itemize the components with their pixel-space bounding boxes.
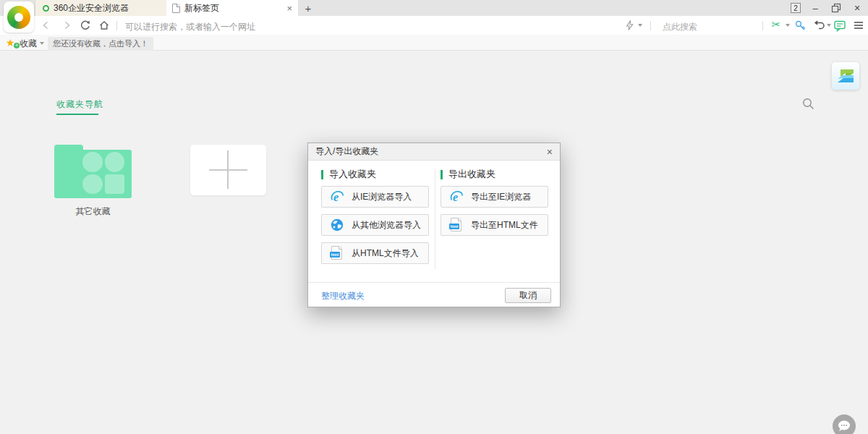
undo-restore-button[interactable]	[812, 20, 825, 31]
button-label: 从其他浏览器导入	[352, 219, 421, 231]
quick-action-caret-icon[interactable]	[638, 24, 642, 27]
dialog-title: 导入/导出收藏夹	[315, 145, 378, 158]
bookmarks-empty-hint[interactable]: 您还没有收藏，点击导入！	[48, 37, 153, 51]
main-menu-button[interactable]	[852, 20, 865, 31]
customer-service-button[interactable]	[833, 414, 856, 434]
import-from-ie-button[interactable]: e 从IE浏览器导入	[321, 186, 429, 208]
key-icon	[794, 20, 807, 32]
minimize-button[interactable]: –	[805, 0, 825, 16]
close-window-button[interactable]: ×	[847, 0, 867, 16]
dialog-close-icon[interactable]: ×	[547, 147, 553, 157]
feedback-button[interactable]	[833, 20, 846, 31]
restore-icon	[831, 3, 842, 14]
button-label: 从IE浏览器导入	[352, 191, 412, 203]
clover-petal	[105, 152, 125, 172]
quick-action-button[interactable]	[623, 20, 636, 31]
import-from-other-browser-button[interactable]: 从其他浏览器导入	[321, 214, 429, 236]
screenshot-caret-icon[interactable]	[786, 24, 790, 27]
import-export-dialog: 导入/导出收藏夹 × 导入收藏夹 导出收藏夹 e 从IE浏览器导入	[307, 142, 561, 307]
home-icon	[98, 20, 110, 31]
toolbar-divider	[116, 21, 117, 30]
cancel-button[interactable]: 取消	[505, 288, 551, 303]
tab-new-page[interactable]: 新标签页 ×	[166, 0, 298, 16]
password-key-button[interactable]	[793, 20, 807, 31]
heading-text: 导出收藏夹	[448, 168, 495, 181]
screenshot-scissors-icon[interactable]: ✂	[770, 19, 783, 30]
svg-text:e: e	[453, 191, 458, 203]
undo-arrow-icon	[813, 20, 825, 31]
tab-label: 新标签页	[184, 2, 219, 14]
forward-icon	[61, 20, 72, 31]
plus-icon	[227, 150, 229, 189]
import-section-heading: 导入收藏夹	[321, 168, 376, 181]
clover-petal	[82, 174, 103, 195]
page-search-button[interactable]	[801, 97, 815, 114]
quick-search-input[interactable]: 点此搜索	[663, 21, 697, 33]
s-ribbon-icon	[836, 67, 855, 85]
tab-pinned-360[interactable]: 360企业安全浏览器	[35, 0, 166, 16]
html-file-icon: html	[449, 218, 464, 232]
import-from-html-button[interactable]: html 从HTML文件导入	[321, 242, 429, 264]
toolbar-divider	[762, 21, 763, 30]
dialog-titlebar: 导入/导出收藏夹 ×	[308, 143, 560, 161]
back-button[interactable]	[40, 20, 53, 31]
forward-button[interactable]	[60, 20, 73, 31]
browser-window: 360企业安全浏览器 新标签页 × + 2 – × 可以进行搜索，或者输入一个网…	[0, 0, 868, 434]
browser-menu-button[interactable]	[4, 1, 34, 33]
new-tab-button[interactable]: +	[299, 0, 317, 16]
chat-bubble-icon	[833, 20, 846, 32]
folder-icon	[54, 150, 132, 198]
clover-icon	[82, 152, 124, 194]
folder-other-favorites[interactable]	[54, 145, 132, 198]
clover-petal	[82, 152, 103, 172]
page-title: 收藏夹导航	[56, 98, 103, 111]
blank-page-favicon-icon	[172, 4, 180, 13]
button-label: 导出至IE浏览器	[471, 191, 531, 203]
ie-icon: e	[449, 190, 464, 204]
export-section-heading: 导出收藏夹	[441, 168, 495, 181]
back-icon	[41, 20, 52, 31]
home-button[interactable]	[98, 20, 111, 31]
heading-text: 导入收藏夹	[329, 168, 376, 181]
add-folder-button[interactable]	[190, 145, 266, 195]
favorites-menu[interactable]: 收藏	[20, 38, 37, 50]
favorites-star-button[interactable]: ★ +	[6, 36, 17, 48]
export-to-ie-button[interactable]: e 导出至IE浏览器	[441, 186, 548, 208]
hamburger-icon	[853, 20, 864, 31]
ie-icon: e	[330, 190, 344, 204]
window-count-badge[interactable]: 2	[791, 3, 801, 13]
tab-close-icon[interactable]: ×	[286, 4, 292, 13]
address-bar[interactable]: 可以进行搜索，或者输入一个网址	[125, 21, 255, 33]
page-title-underline	[56, 114, 98, 115]
browser-logo-icon	[7, 6, 30, 29]
search-icon	[801, 97, 815, 111]
service-chat-icon	[837, 420, 851, 433]
refresh-icon	[80, 20, 91, 31]
html-file-icon: html	[330, 246, 344, 260]
green-dot-favicon-icon	[43, 5, 49, 12]
svg-text:e: e	[333, 191, 339, 203]
button-label: 从HTML文件导入	[352, 247, 419, 260]
clover-petal	[105, 174, 125, 195]
tab-label: 360企业安全浏览器	[54, 2, 129, 14]
sidebar-widget-button[interactable]	[832, 62, 859, 90]
globe-icon	[330, 218, 344, 232]
refresh-button[interactable]	[79, 20, 92, 31]
add-favorite-badge-icon: +	[14, 43, 20, 48]
section-accent-bar	[321, 170, 323, 179]
toolbar-divider	[650, 21, 651, 30]
section-accent-bar	[441, 170, 443, 179]
dialog-footer-divider	[308, 282, 560, 283]
lightning-icon	[624, 20, 635, 31]
restore-button[interactable]	[826, 0, 846, 16]
organize-favorites-link[interactable]: 整理收藏夹	[321, 290, 365, 302]
export-to-html-button[interactable]: html 导出至HTML文件	[441, 214, 548, 236]
button-label: 导出至HTML文件	[471, 219, 538, 231]
folder-label: 其它收藏	[54, 205, 132, 218]
dialog-column-divider	[435, 169, 435, 269]
undo-caret-icon[interactable]	[827, 24, 831, 27]
favorites-caret-icon[interactable]	[40, 42, 44, 45]
